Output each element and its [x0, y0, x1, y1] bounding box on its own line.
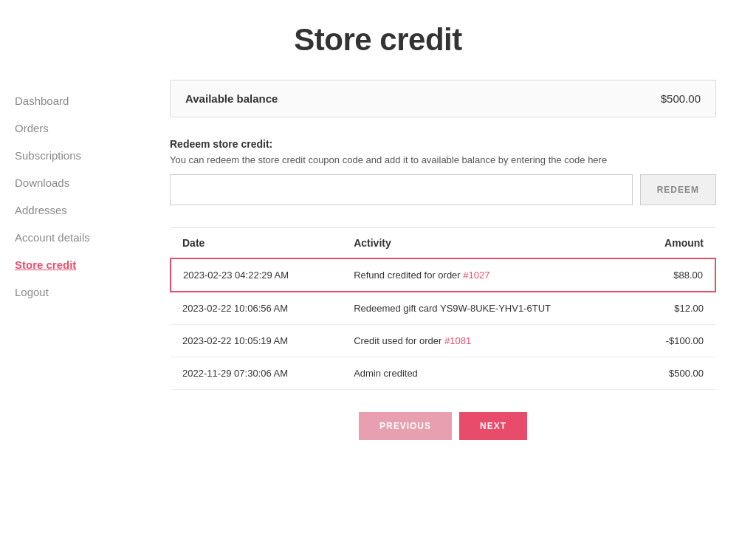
sidebar-item-logout[interactable]: Logout [15, 278, 140, 306]
sidebar-item-dashboard[interactable]: Dashboard [15, 87, 140, 114]
sidebar-item-subscriptions[interactable]: Subscriptions [15, 142, 140, 169]
order-link[interactable]: #1027 [463, 270, 489, 281]
redeem-title: Redeem store credit: [170, 138, 716, 150]
cell-date: 2022-11-29 07:30:06 AM [171, 357, 342, 390]
table-row: 2023-02-22 10:06:56 AMRedeemed gift card… [171, 292, 715, 325]
cell-activity: Refund credited for order #1027 [342, 258, 633, 292]
table-header-row: Date Activity Amount [171, 228, 715, 259]
cell-activity: Credit used for order #1081 [342, 325, 633, 357]
main-content: Available balance $500.00 Redeem store c… [155, 80, 746, 512]
redeem-input-row: REDEEM [170, 174, 716, 205]
redeem-description: You can redeem the store credit coupon c… [170, 154, 716, 165]
col-header-date: Date [171, 228, 342, 259]
balance-label: Available balance [185, 92, 278, 105]
page-wrapper: Store credit Dashboard Orders Subscripti… [0, 0, 756, 542]
sidebar: Dashboard Orders Subscriptions Downloads… [0, 80, 155, 512]
sidebar-item-account-details[interactable]: Account details [15, 224, 140, 251]
cell-amount: $500.00 [633, 357, 715, 390]
col-header-activity: Activity [342, 228, 633, 259]
previous-button[interactable]: PREVIOUS [359, 412, 452, 440]
balance-box: Available balance $500.00 [170, 80, 716, 117]
cell-date: 2023-02-22 10:06:56 AM [171, 292, 342, 325]
redeem-section: Redeem store credit: You can redeem the … [170, 138, 716, 205]
cell-amount: $12.00 [633, 292, 715, 325]
cell-amount: $88.00 [633, 258, 715, 292]
pagination: PREVIOUS NEXT [170, 412, 716, 440]
page-title: Store credit [0, 0, 756, 72]
cell-activity: Redeemed gift card YS9W-8UKE-YHV1-6TUT [342, 292, 633, 325]
col-header-amount: Amount [633, 228, 715, 259]
next-button[interactable]: NEXT [459, 412, 527, 440]
order-link[interactable]: #1081 [444, 335, 471, 346]
table-row: 2023-02-23 04:22:29 AMRefund credited fo… [171, 258, 715, 292]
activity-table: Date Activity Amount 2023-02-23 04:22:29… [170, 227, 716, 390]
sidebar-item-orders[interactable]: Orders [15, 114, 140, 142]
balance-value: $500.00 [661, 92, 701, 105]
redeem-button[interactable]: REDEEM [640, 174, 716, 205]
cell-amount: -$100.00 [633, 325, 715, 357]
redeem-input[interactable] [170, 174, 633, 205]
table-row: 2023-02-22 10:05:19 AMCredit used for or… [171, 325, 715, 357]
table-row: 2022-11-29 07:30:06 AMAdmin credited$500… [171, 357, 715, 390]
sidebar-item-addresses[interactable]: Addresses [15, 196, 140, 224]
cell-date: 2023-02-23 04:22:29 AM [171, 258, 342, 292]
sidebar-item-downloads[interactable]: Downloads [15, 169, 140, 196]
sidebar-item-store-credit[interactable]: Store credit [15, 251, 140, 278]
content-area: Dashboard Orders Subscriptions Downloads… [0, 72, 756, 542]
cell-activity: Admin credited [342, 357, 633, 390]
cell-date: 2023-02-22 10:05:19 AM [171, 325, 342, 357]
